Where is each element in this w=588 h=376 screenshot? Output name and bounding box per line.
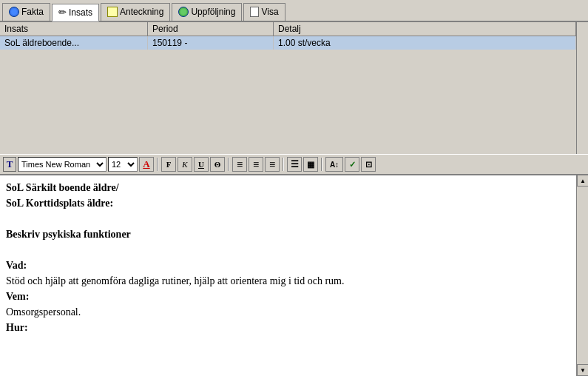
spellcheck1-button[interactable]: A↕ <box>325 157 343 172</box>
tab-fakta[interactable]: Fakta <box>2 3 50 21</box>
editor-wrapper: SoL Särkilt boende äldre/ SoL Korttidspl… <box>0 175 588 376</box>
align-center-button[interactable]: ≡ <box>249 157 263 172</box>
toolbar-separator-1 <box>157 158 158 171</box>
line-6: Vad: <box>6 258 570 273</box>
editor-scrollbar[interactable]: ▲ ▼ <box>576 175 588 376</box>
col-period: Period <box>148 22 274 36</box>
align-right-button[interactable]: ≡ <box>265 157 280 172</box>
table-scrollbar[interactable] <box>576 22 588 154</box>
col-insats: Insats <box>0 22 148 36</box>
underline-button[interactable]: U <box>194 157 209 172</box>
font-icon: T <box>3 157 16 172</box>
tab-fakta-label: Fakta <box>21 7 44 17</box>
line-2: SoL Korttidsplats äldre: <box>6 195 570 211</box>
editor-toolbar: T Times New Roman 12 A F K U Θ ≡ ≡ ≡ ☰ ▦… <box>0 154 588 175</box>
tab-insats-label: Insats <box>69 7 92 18</box>
font-color-button[interactable]: A <box>139 157 154 172</box>
insert-button[interactable]: ▦ <box>303 157 318 172</box>
table-header: Insats Period Detalj <box>0 22 576 36</box>
font-size-selector[interactable]: 12 <box>108 157 138 172</box>
cell-insats: SoL äldreboende... <box>0 36 148 50</box>
globe2-icon <box>178 7 189 17</box>
line-1: SoL Särkilt boende äldre/ <box>6 180 570 195</box>
pencil-icon: ✏ <box>58 7 67 18</box>
line-5 <box>6 242 570 258</box>
italic-button[interactable]: K <box>178 157 192 172</box>
list-button[interactable]: ☰ <box>287 157 302 172</box>
toolbar-separator-2 <box>228 158 229 171</box>
line-9: Omsorgspersonal. <box>6 304 570 320</box>
tab-insats[interactable]: ✏ Insats <box>52 4 99 21</box>
font-selector[interactable]: Times New Roman <box>18 157 107 172</box>
editor-area[interactable]: SoL Särkilt boende äldre/ SoL Korttidspl… <box>0 175 576 376</box>
col-detalj: Detalj <box>274 22 576 36</box>
line-7: Stöd och hjälp att genomföra dagliga rut… <box>6 273 570 289</box>
cell-period: 150119 - <box>148 36 274 50</box>
strikethrough-button[interactable]: Θ <box>210 157 225 172</box>
editor-content: SoL Särkilt boende äldre/ SoL Korttidspl… <box>6 180 570 335</box>
tab-visa[interactable]: Visa <box>243 3 285 21</box>
scroll-thumb[interactable] <box>577 187 588 364</box>
spellcheck2-button[interactable]: ✓ <box>345 157 359 172</box>
line-4: Beskriv psykiska funktioner <box>6 226 570 242</box>
doc-icon <box>250 7 259 17</box>
scroll-up-button[interactable]: ▲ <box>577 175 588 187</box>
bold-button[interactable]: F <box>161 157 176 172</box>
line-10: Hur: <box>6 320 570 335</box>
cell-detalj: 1.00 st/vecka <box>274 36 576 50</box>
tab-anteckning-label: Anteckning <box>120 7 163 17</box>
tab-bar: Fakta ✏ Insats Anteckning Uppföljning Vi… <box>0 0 588 22</box>
table-row[interactable]: SoL äldreboende... 150119 - 1.00 st/veck… <box>0 36 576 50</box>
insats-table: Insats Period Detalj SoL äldreboende... … <box>0 22 576 154</box>
insats-table-wrapper: Insats Period Detalj SoL äldreboende... … <box>0 22 588 154</box>
align-left-button[interactable]: ≡ <box>232 157 247 172</box>
scroll-down-button[interactable]: ▼ <box>577 364 588 376</box>
line-8: Vem: <box>6 289 570 304</box>
toolbar-separator-3 <box>283 158 284 171</box>
tab-anteckning[interactable]: Anteckning <box>101 3 170 21</box>
globe-icon <box>9 7 19 17</box>
special-button[interactable]: ⊡ <box>361 157 376 172</box>
tab-uppfoljning-label: Uppföljning <box>191 7 235 17</box>
line-3 <box>6 211 570 226</box>
tab-visa-label: Visa <box>261 7 278 17</box>
note-icon <box>107 7 118 17</box>
toolbar-separator-4 <box>321 158 322 171</box>
tab-uppfoljning[interactable]: Uppföljning <box>172 3 242 21</box>
